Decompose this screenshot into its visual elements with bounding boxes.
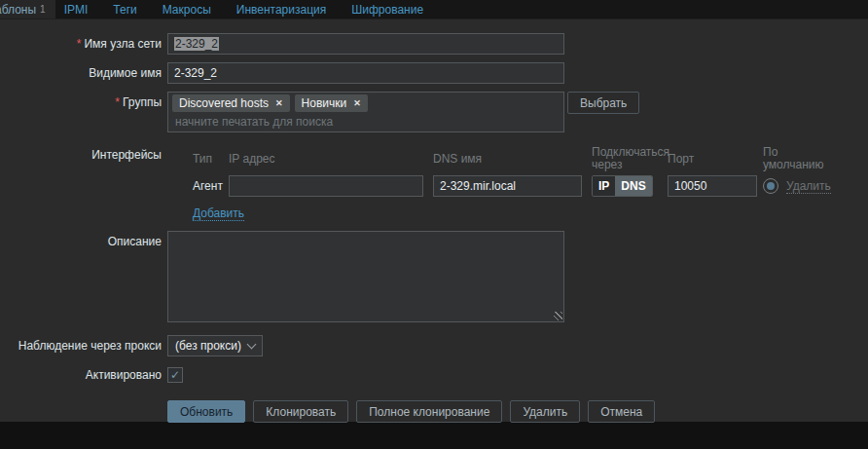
interface-port-input[interactable] xyxy=(668,175,757,197)
remove-chip-icon[interactable]: ✕ xyxy=(275,96,283,110)
clone-button[interactable]: Клонировать xyxy=(253,400,348,423)
chevron-down-icon xyxy=(247,340,257,350)
tab-templates-count: 1 xyxy=(40,4,46,15)
full-clone-button[interactable]: Полное клонирование xyxy=(356,400,502,423)
cancel-button[interactable]: Отмена xyxy=(588,400,655,423)
tab-tags[interactable]: Теги xyxy=(113,0,136,19)
groups-chips: Discovered hosts ✕ Новички ✕ xyxy=(172,94,560,112)
checkmark-icon: ✓ xyxy=(170,369,180,381)
header-dns: DNS имя xyxy=(433,153,592,166)
enabled-label: Активировано xyxy=(0,364,162,386)
form-buttons: Обновить Клонировать Полное клонирование… xyxy=(167,400,655,423)
groups-select-button[interactable]: Выбрать xyxy=(567,92,639,114)
proxy-select[interactable]: (без прокси) xyxy=(167,335,263,356)
group-chip: Новички ✕ xyxy=(295,94,368,112)
tab-templates-label: Шаблоны xyxy=(0,3,36,17)
add-interface-link[interactable]: Добавить xyxy=(193,206,244,221)
required-asterisk: * xyxy=(115,95,120,109)
proxy-selected-value: (без прокси) xyxy=(175,339,248,353)
header-default: По умолчанию xyxy=(763,146,839,171)
header-connect-via: Подключаться через xyxy=(592,146,668,171)
group-chip-label: Discovered hosts xyxy=(179,96,269,110)
tab-inventory[interactable]: Инвентаризация xyxy=(236,0,326,19)
remove-chip-icon[interactable]: ✕ xyxy=(353,96,361,110)
tab-encryption[interactable]: Шифрование xyxy=(351,0,423,19)
page-bottom-area xyxy=(0,422,868,449)
group-chip-label: Новички xyxy=(302,96,347,110)
connect-via-dns-option[interactable]: DNS xyxy=(615,176,651,196)
row-visible-name: Видимое имя xyxy=(0,62,868,84)
interface-delete-link: Удалить xyxy=(786,179,831,194)
host-name-input[interactable]: 2-329_2 xyxy=(167,33,564,55)
resize-grip-icon[interactable] xyxy=(554,312,562,320)
connect-via-ip-option[interactable]: IP xyxy=(593,176,615,196)
tab-bar: Шаблоны 1 IPMI Теги Макросы Инвентаризац… xyxy=(0,0,868,19)
row-enabled: Активировано ✓ xyxy=(0,364,868,386)
row-interfaces: Интерфейсы Тип IP адрес DNS имя Подключа… xyxy=(0,144,868,231)
update-button[interactable]: Обновить xyxy=(167,400,245,423)
interfaces-label: Интерфейсы xyxy=(0,144,162,166)
description-label: Описание xyxy=(0,231,162,252)
row-groups: *Группы Discovered hosts ✕ Новички ✕ нач… xyxy=(0,92,868,132)
row-host-name: *Имя узла сети 2-329_2 xyxy=(0,33,868,55)
interfaces-block: Тип IP адрес DNS имя Подключаться через … xyxy=(167,144,839,231)
row-proxy: Наблюдение через прокси (без прокси) xyxy=(0,335,868,356)
row-buttons: Обновить Клонировать Полное клонирование… xyxy=(0,400,868,423)
default-interface-radio[interactable] xyxy=(763,178,778,194)
tab-ipmi[interactable]: IPMI xyxy=(64,0,89,19)
host-config-page: Шаблоны 1 IPMI Теги Макросы Инвентаризац… xyxy=(0,0,868,422)
visible-name-input[interactable] xyxy=(167,62,564,84)
required-asterisk: * xyxy=(77,37,82,51)
host-form: *Имя узла сети 2-329_2 Видимое имя *Груп… xyxy=(0,19,868,423)
header-type: Тип xyxy=(193,153,229,166)
host-name-label: *Имя узла сети xyxy=(0,33,162,55)
visible-name-label: Видимое имя xyxy=(0,62,162,84)
interface-dns-input[interactable] xyxy=(433,175,582,197)
row-description: Описание xyxy=(0,231,868,322)
delete-button[interactable]: Удалить xyxy=(510,400,580,423)
interface-type: Агент xyxy=(193,175,229,197)
radio-dot-icon xyxy=(767,182,775,190)
tab-macros[interactable]: Макросы xyxy=(163,0,211,19)
enabled-checkbox[interactable]: ✓ xyxy=(167,367,183,383)
groups-search-placeholder: начните печатать для поиска xyxy=(172,112,560,130)
header-ip: IP адрес xyxy=(229,153,433,166)
host-name-selected-text: 2-329_2 xyxy=(174,37,219,51)
interface-row-agent: Агент IP DNS xyxy=(167,175,839,197)
interface-ip-input[interactable] xyxy=(229,175,423,197)
groups-multiselect[interactable]: Discovered hosts ✕ Новички ✕ начните печ… xyxy=(167,92,564,132)
description-textarea[interactable] xyxy=(167,231,564,322)
proxy-label: Наблюдение через прокси xyxy=(0,335,162,356)
groups-label: *Группы xyxy=(0,92,162,113)
tab-templates[interactable]: Шаблоны 1 xyxy=(0,0,55,19)
group-chip: Discovered hosts ✕ xyxy=(172,94,290,112)
connect-via-toggle: IP DNS xyxy=(592,175,653,197)
header-port: Порт xyxy=(668,153,763,166)
interfaces-header-row: Тип IP адрес DNS имя Подключаться через … xyxy=(167,144,839,173)
